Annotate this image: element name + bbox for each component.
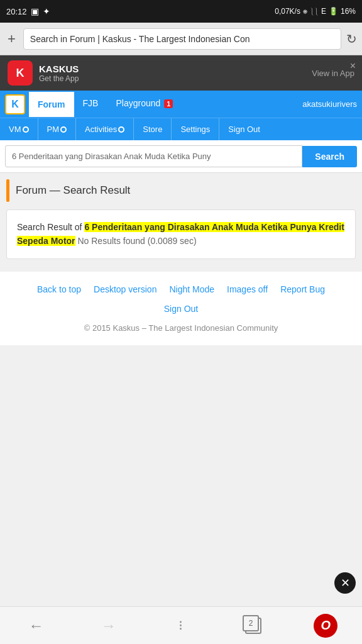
night-mode-link[interactable]: Night Mode xyxy=(169,284,214,294)
report-bug-link[interactable]: Report Bug xyxy=(280,284,325,294)
app-banner-logo: K xyxy=(8,60,33,86)
status-icon-fb: ▣ xyxy=(31,6,39,16)
sub-nav: VM PM Activities Store Settings Sign Out xyxy=(0,118,362,140)
grid-menu-button[interactable]: ⁝ xyxy=(162,607,200,645)
status-right-area: 0,07K/s ⎈ ⎱⎱ E 🔋 16% xyxy=(275,7,356,16)
app-banner-name: KASKUS xyxy=(39,64,305,74)
back-to-top-link[interactable]: Back to top xyxy=(37,284,81,294)
opera-logo: O xyxy=(314,614,337,638)
app-banner-text: KASKUS Get the App xyxy=(39,64,305,83)
browser-bar: + Search in Forum | Kaskus - The Largest… xyxy=(0,23,362,55)
network-speed: 0,07K/s xyxy=(275,7,300,16)
sidebar-item-activities[interactable]: Activities xyxy=(76,118,134,140)
battery-percent: 16% xyxy=(341,7,356,16)
grid-icon: ⁝ xyxy=(178,618,183,634)
status-bar: 20:12 ▣ ✦ 0,07K/s ⎈ ⎱⎱ E 🔋 16% xyxy=(0,0,362,23)
forward-icon: → xyxy=(101,617,116,635)
result-card: Search Result of 6 Penderitaan yang Dira… xyxy=(6,209,356,259)
pm-indicator xyxy=(60,126,67,133)
bluetooth-icon: ⎈ xyxy=(303,7,307,16)
app-banner: K KASKUS Get the App View in App × xyxy=(0,55,362,91)
footer-links-row: Back to top Desktop version Night Mode I… xyxy=(6,284,356,294)
playground-badge: 1 xyxy=(164,99,173,108)
signal-bars-icon: ⎱⎱ xyxy=(310,7,319,16)
opera-button[interactable]: O xyxy=(307,607,344,645)
main-nav: K Forum FJB Playground 1 akatsukiurivers xyxy=(0,91,362,118)
username-label: akatsukiurivers xyxy=(302,92,357,116)
search-button[interactable]: Search xyxy=(302,146,357,167)
back-button[interactable]: ← xyxy=(18,607,55,645)
signout-link[interactable]: Sign Out xyxy=(164,304,198,314)
status-time: 20:12 xyxy=(6,7,27,16)
close-button[interactable]: ✕ xyxy=(334,572,356,594)
tab-playground[interactable]: Playground 1 xyxy=(107,91,182,118)
section-header: Forum — Search Result xyxy=(6,179,356,202)
no-result-text: No Results found (0.0089 sec) xyxy=(77,236,196,246)
images-off-link[interactable]: Images off xyxy=(227,284,268,294)
desktop-version-link[interactable]: Desktop version xyxy=(94,284,156,294)
sidebar-item-pm[interactable]: PM xyxy=(38,118,77,140)
result-prefix: Search Result of xyxy=(17,222,82,232)
footer-signout: Sign Out xyxy=(6,303,356,314)
footer-copyright: © 2015 Kaskus – The Largest Indonesian C… xyxy=(6,323,356,333)
sidebar-item-store[interactable]: Store xyxy=(134,118,172,140)
section-accent xyxy=(6,179,9,202)
bottom-nav: ← → ⁝ 2 O xyxy=(0,606,362,644)
activities-indicator xyxy=(118,126,124,133)
status-time-area: 20:12 ▣ ✦ xyxy=(6,6,50,16)
tab-forum[interactable]: Forum xyxy=(29,92,74,117)
main-content: Forum — Search Result Search Result of 6… xyxy=(0,173,362,272)
vm-indicator xyxy=(23,126,29,133)
url-bar[interactable]: Search in Forum | Kaskus - The Largest I… xyxy=(23,28,341,50)
network-type: E xyxy=(321,7,326,16)
refresh-button[interactable]: ↻ xyxy=(346,31,357,47)
sidebar-item-signout[interactable]: Sign Out xyxy=(219,118,269,140)
footer: Back to top Desktop version Night Mode I… xyxy=(0,272,362,345)
tab-fjb[interactable]: FJB xyxy=(74,91,107,118)
sidebar-item-vm[interactable]: VM xyxy=(0,118,38,140)
battery-icon: 🔋 xyxy=(329,7,338,16)
sidebar-item-settings[interactable]: Settings xyxy=(172,118,219,140)
back-icon: ← xyxy=(29,617,44,635)
view-in-app-button[interactable]: View in App xyxy=(312,69,354,78)
result-text: Search Result of 6 Penderitaan yang Dira… xyxy=(17,220,345,248)
search-input[interactable] xyxy=(5,145,302,167)
search-bar: Search xyxy=(0,140,362,173)
status-icon-bt: ✦ xyxy=(43,6,50,16)
banner-close-button[interactable]: × xyxy=(350,60,356,72)
new-tab-button[interactable]: + xyxy=(5,28,18,50)
kaskus-logo-button[interactable]: K xyxy=(5,94,25,114)
forward-button[interactable]: → xyxy=(90,607,128,645)
tabs-button[interactable]: 2 xyxy=(234,607,272,645)
tabs-count: 2 xyxy=(249,619,253,628)
section-title: Forum — Search Result xyxy=(16,184,130,197)
app-banner-sub: Get the App xyxy=(39,74,305,83)
